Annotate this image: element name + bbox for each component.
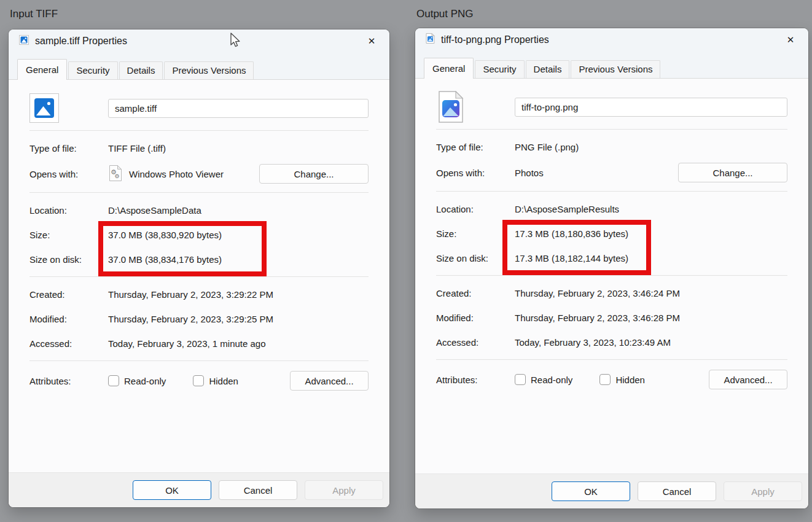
location-value: D:\AsposeSampleResults bbox=[515, 204, 619, 214]
modified-value: Thursday, February 2, 2023, 3:46:28 PM bbox=[515, 313, 680, 323]
created-label: Created: bbox=[436, 288, 515, 298]
location-label: Location: bbox=[29, 205, 108, 216]
type-of-file-value: PNG File (.png) bbox=[515, 142, 579, 152]
change-button[interactable]: Change... bbox=[259, 164, 369, 184]
created-label: Created: bbox=[29, 289, 108, 300]
titlebar[interactable]: sample.tiff Properties ✕ bbox=[9, 29, 389, 52]
window-title: sample.tiff Properties bbox=[35, 36, 127, 47]
accessed-value: Today, February 3, 2023, 1 minute ago bbox=[108, 338, 266, 349]
size-value: 37.0 MB (38,830,920 bytes) bbox=[108, 230, 222, 240]
size-on-disk-value: 37.0 MB (38,834,176 bytes) bbox=[108, 254, 222, 265]
window-title: tiff-to-png.png Properties bbox=[441, 34, 549, 45]
change-button[interactable]: Change... bbox=[678, 163, 787, 182]
attributes-label: Attributes: bbox=[29, 376, 108, 386]
close-icon[interactable]: ✕ bbox=[364, 33, 380, 49]
apply-button[interactable]: Apply bbox=[724, 481, 802, 501]
opens-with-value: Windows Photo Viewer bbox=[129, 169, 224, 179]
advanced-button[interactable]: Advanced... bbox=[709, 370, 787, 389]
dialog-footer: OK Cancel Apply bbox=[9, 473, 389, 507]
tab-general[interactable]: General bbox=[17, 59, 67, 80]
location-label: Location: bbox=[436, 204, 515, 214]
type-of-file-label: Type of file: bbox=[29, 143, 108, 154]
png-image-document-icon bbox=[436, 92, 466, 122]
tab-details[interactable]: Details bbox=[526, 60, 570, 78]
created-value: Thursday, February 2, 2023, 3:29:22 PM bbox=[108, 289, 273, 300]
filename-input[interactable] bbox=[515, 98, 787, 117]
tab-general[interactable]: General bbox=[424, 58, 474, 79]
size-label: Size: bbox=[29, 230, 108, 240]
png-file-icon-small bbox=[426, 33, 435, 46]
general-tab-page: Type of file: TIFF File (.tiff) Opens wi… bbox=[9, 79, 389, 473]
hidden-checkbox[interactable] bbox=[193, 375, 204, 386]
application-gears-document-icon: ⚙ ⚙ bbox=[108, 165, 123, 184]
ok-button[interactable]: OK bbox=[133, 480, 211, 500]
cancel-button[interactable]: Cancel bbox=[638, 481, 716, 501]
accessed-label: Accessed: bbox=[436, 337, 515, 348]
cancel-button[interactable]: Cancel bbox=[219, 480, 297, 500]
tab-security[interactable]: Security bbox=[68, 61, 117, 79]
modified-label: Modified: bbox=[436, 313, 515, 323]
modified-label: Modified: bbox=[29, 314, 108, 324]
ok-button[interactable]: OK bbox=[552, 481, 630, 501]
type-of-file-label: Type of file: bbox=[436, 142, 515, 152]
type-of-file-value: TIFF File (.tiff) bbox=[108, 143, 166, 154]
read-only-label: Read-only bbox=[124, 376, 166, 386]
opens-with-value: Photos bbox=[515, 168, 544, 178]
accessed-label: Accessed: bbox=[29, 338, 108, 349]
read-only-checkbox[interactable] bbox=[108, 375, 119, 386]
size-value: 17.3 MB (18,180,836 bytes) bbox=[515, 228, 628, 239]
advanced-button[interactable]: Advanced... bbox=[290, 371, 369, 391]
accessed-value: Today, February 3, 2023, 10:23:49 AM bbox=[515, 337, 671, 348]
size-label: Size: bbox=[436, 228, 515, 239]
tab-previous-versions[interactable]: Previous Versions bbox=[571, 60, 660, 78]
tab-details[interactable]: Details bbox=[119, 61, 163, 79]
modified-value: Thursday, February 2, 2023, 3:29:25 PM bbox=[108, 314, 273, 324]
hidden-checkbox[interactable] bbox=[599, 374, 611, 385]
size-on-disk-label: Size on disk: bbox=[29, 254, 108, 265]
tiff-file-icon-small bbox=[19, 35, 29, 47]
created-value: Thursday, February 2, 2023, 3:46:24 PM bbox=[515, 288, 680, 298]
right-annotation-label: Output PNG bbox=[416, 8, 474, 20]
attributes-label: Attributes: bbox=[436, 375, 515, 385]
tab-previous-versions[interactable]: Previous Versions bbox=[164, 61, 254, 79]
opens-with-label: Opens with: bbox=[29, 169, 108, 179]
filename-input[interactable] bbox=[108, 99, 369, 118]
size-on-disk-label: Size on disk: bbox=[436, 253, 515, 263]
apply-button[interactable]: Apply bbox=[305, 480, 383, 500]
left-annotation-label: Input TIFF bbox=[10, 8, 58, 20]
tab-strip: General Security Details Previous Versio… bbox=[415, 51, 808, 78]
dialog-footer: OK Cancel Apply bbox=[415, 474, 808, 508]
mouse-cursor bbox=[228, 33, 242, 51]
tab-security[interactable]: Security bbox=[475, 60, 524, 78]
hidden-label: Hidden bbox=[209, 376, 238, 386]
opens-with-label: Opens with: bbox=[436, 168, 515, 178]
close-icon[interactable]: ✕ bbox=[783, 32, 798, 48]
hidden-label: Hidden bbox=[615, 375, 645, 385]
properties-dialog-tiff: sample.tiff Properties ✕ General Securit… bbox=[9, 29, 389, 507]
titlebar[interactable]: tiff-to-png.png Properties ✕ bbox=[415, 28, 808, 51]
location-value: D:\AsposeSampleData bbox=[108, 205, 201, 216]
properties-dialog-png: tiff-to-png.png Properties ✕ General Sec… bbox=[415, 28, 808, 508]
tiff-image-icon bbox=[29, 93, 59, 123]
read-only-checkbox[interactable] bbox=[515, 374, 526, 385]
tab-strip: General Security Details Previous Versio… bbox=[9, 52, 389, 79]
svg-text:⚙: ⚙ bbox=[115, 173, 120, 179]
read-only-label: Read-only bbox=[531, 375, 572, 385]
size-on-disk-value: 17.3 MB (18,182,144 bytes) bbox=[515, 253, 628, 263]
general-tab-page: Type of file: PNG File (.png) Opens with… bbox=[415, 78, 808, 474]
